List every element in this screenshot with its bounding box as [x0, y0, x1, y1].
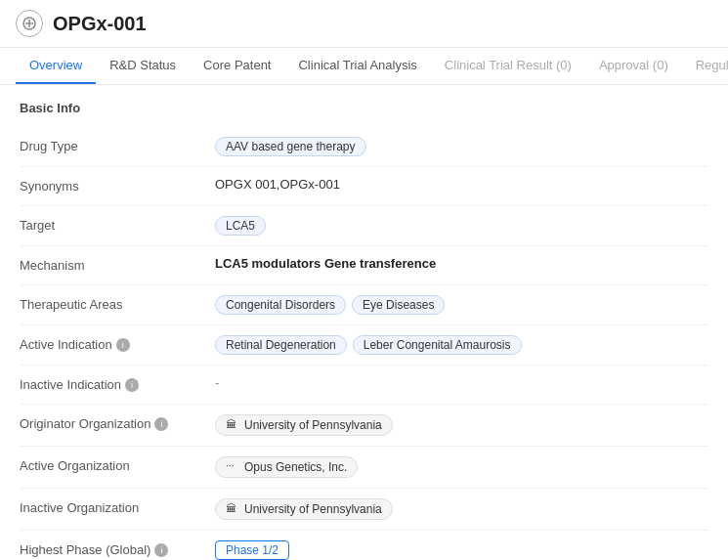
- upenn-icon: 🏛: [226, 418, 239, 432]
- main-content: Basic Info Drug Type AAV based gene ther…: [0, 85, 728, 560]
- tab-approval: Approval (0): [585, 48, 682, 84]
- info-icon-phase[interactable]: i: [154, 543, 168, 557]
- org-chip-upenn[interactable]: 🏛 University of Pennsylvania: [215, 414, 393, 436]
- tab-regulation: Regulation (0): [682, 48, 728, 84]
- label-inactive-org: Inactive Organization: [20, 498, 215, 515]
- label-mechanism: Mechanism: [20, 256, 215, 273]
- value-originator-org: 🏛 University of Pennsylvania: [215, 414, 708, 436]
- upenn-inactive-icon: 🏛: [226, 502, 239, 516]
- row-inactive-org: Inactive Organization 🏛 University of Pe…: [20, 489, 708, 531]
- tab-core-patent[interactable]: Core Patent: [190, 48, 284, 84]
- tab-rd-status[interactable]: R&D Status: [96, 48, 190, 84]
- info-icon-inactive-indication[interactable]: i: [125, 378, 139, 392]
- info-icon-active-indication[interactable]: i: [116, 338, 130, 352]
- value-active-indication: Retinal Degeneration Leber Congenital Am…: [215, 335, 708, 355]
- org-chip-upenn-inactive[interactable]: 🏛 University of Pennsylvania: [215, 498, 393, 520]
- section-basic-info: Basic Info: [20, 101, 708, 115]
- upenn-label: University of Pennsylvania: [244, 418, 382, 432]
- row-target: Target LCA5: [20, 206, 708, 246]
- label-active-org: Active Organization: [20, 456, 215, 473]
- label-synonyms: Synonyms: [20, 177, 215, 194]
- value-highest-phase: Phase 1/2: [215, 540, 708, 560]
- row-synonyms: Synonyms OPGX 001,OPGx-001: [20, 167, 708, 206]
- tab-clinical-trial-result: Clinical Trial Result (0): [431, 48, 585, 84]
- tag-leber: Leber Congenital Amaurosis: [353, 335, 522, 355]
- value-therapeutic-areas: Congenital Disorders Eye Diseases: [215, 295, 708, 315]
- tab-clinical-trial-analysis[interactable]: Clinical Trial Analysis: [284, 48, 430, 84]
- value-mechanism: LCA5 modulators Gene transference: [215, 256, 708, 271]
- page-header: OPGx-001: [0, 0, 728, 48]
- value-active-org: ··· Opus Genetics, Inc.: [215, 456, 708, 478]
- value-target: LCA5: [215, 216, 708, 236]
- org-chip-opus[interactable]: ··· Opus Genetics, Inc.: [215, 456, 358, 478]
- row-mechanism: Mechanism LCA5 modulators Gene transfere…: [20, 246, 708, 285]
- label-active-indication: Active Indication i: [20, 335, 215, 352]
- mechanism-text: LCA5 modulators Gene transference: [215, 256, 436, 271]
- value-drug-type: AAV based gene therapy: [215, 137, 708, 156]
- opus-icon: ···: [226, 460, 239, 474]
- value-inactive-indication: -: [215, 375, 708, 390]
- row-active-org: Active Organization ··· Opus Genetics, I…: [20, 447, 708, 489]
- value-synonyms: OPGX 001,OPGx-001: [215, 177, 708, 192]
- row-therapeutic-areas: Therapeutic Areas Congenital Disorders E…: [20, 285, 708, 325]
- tag-eye-diseases: Eye Diseases: [352, 295, 445, 315]
- row-originator-org: Originator Organization i 🏛 University o…: [20, 405, 708, 447]
- phase-badge: Phase 1/2: [215, 540, 289, 560]
- inactive-indication-dash: -: [215, 375, 219, 390]
- label-therapeutic-areas: Therapeutic Areas: [20, 295, 215, 312]
- row-active-indication: Active Indication i Retinal Degeneration…: [20, 325, 708, 366]
- upenn-inactive-label: University of Pennsylvania: [244, 502, 382, 516]
- tag-target: LCA5: [215, 216, 266, 236]
- label-drug-type: Drug Type: [20, 137, 215, 153]
- drug-icon: [16, 10, 43, 37]
- value-inactive-org: 🏛 University of Pennsylvania: [215, 498, 708, 520]
- row-highest-phase: Highest Phase (Global) i Phase 1/2: [20, 531, 708, 560]
- tag-retinal-degen: Retinal Degeneration: [215, 335, 347, 355]
- label-inactive-indication: Inactive Indication i: [20, 375, 215, 392]
- synonyms-text: OPGX 001,OPGx-001: [215, 177, 340, 192]
- label-target: Target: [20, 216, 215, 233]
- row-drug-type: Drug Type AAV based gene therapy: [20, 127, 708, 167]
- tag-drug-type: AAV based gene therapy: [215, 137, 366, 156]
- opus-label: Opus Genetics, Inc.: [244, 460, 347, 474]
- tab-overview[interactable]: Overview: [16, 48, 96, 84]
- label-originator-org: Originator Organization i: [20, 414, 215, 431]
- label-highest-phase: Highest Phase (Global) i: [20, 540, 215, 557]
- info-icon-originator[interactable]: i: [154, 417, 168, 431]
- tab-bar: Overview R&D Status Core Patent Clinical…: [0, 48, 728, 85]
- row-inactive-indication: Inactive Indication i -: [20, 366, 708, 405]
- tag-congenital: Congenital Disorders: [215, 295, 346, 315]
- drug-title: OPGx-001: [53, 13, 147, 35]
